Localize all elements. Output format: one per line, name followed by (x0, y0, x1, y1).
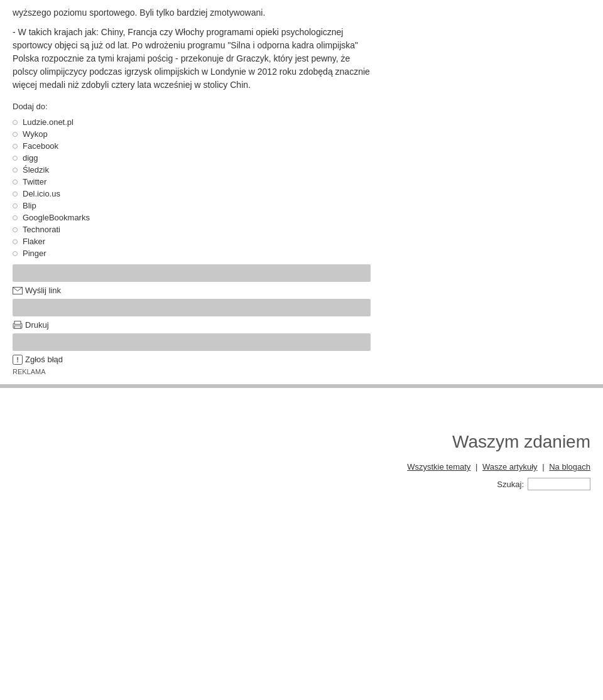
bullet-icon (13, 168, 18, 173)
drukuj-item[interactable]: Drukuj (13, 320, 377, 330)
wysylij-link-item[interactable]: Wyślij link (13, 286, 377, 295)
share-item-googlebookmarks[interactable]: GoogleBookmarks (13, 213, 377, 222)
email-icon (13, 286, 23, 295)
share-item-facebook[interactable]: Facebook (13, 141, 377, 151)
szukaj-row: Szukaj: (377, 478, 590, 490)
share-item-technorati[interactable]: Technorati (13, 225, 377, 234)
separator-2: | (542, 462, 546, 471)
separator-1: | (475, 462, 480, 471)
bullet-icon (13, 144, 18, 149)
wysylij-link-bar (13, 264, 371, 282)
bullet-icon (13, 239, 18, 244)
share-item-flaker[interactable]: Flaker (13, 237, 377, 246)
article-paragraph-1: wyższego poziomu sportowego. Byli tylko … (13, 6, 377, 19)
drukuj-block: Drukuj (13, 299, 377, 330)
share-link-pinger[interactable]: Pinger (23, 249, 46, 258)
share-item-ludzie[interactable]: Ludzie.onet.pl (13, 117, 377, 127)
waszym-zdaniem-title: Waszym zdaniem (377, 432, 590, 452)
bullet-icon (13, 132, 18, 137)
bottom-section: Waszym zdaniem Wszystkie tematy | Wasze … (0, 419, 603, 503)
dodaj-do-label: Dodaj do: (13, 102, 377, 111)
article-paragraph-2: - W takich krajach jak: Chiny, Francja c… (13, 26, 377, 92)
szukaj-input[interactable] (528, 478, 590, 490)
bullet-icon (13, 180, 18, 185)
share-item-digg[interactable]: digg (13, 153, 377, 163)
wysylij-link-label[interactable]: Wyślij link (25, 286, 61, 295)
bullet-icon (13, 251, 18, 256)
zglos-blad-bar (13, 333, 371, 351)
share-item-sledzik[interactable]: Śledzik (13, 165, 377, 175)
bullet-icon (13, 203, 18, 208)
drukuj-bar (13, 299, 371, 316)
share-link-digg[interactable]: digg (23, 153, 38, 163)
szukaj-label: Szukaj: (497, 480, 524, 489)
bullet-icon (13, 120, 18, 125)
bullet-icon (13, 227, 18, 232)
bullet-icon (13, 191, 18, 197)
zglos-blad-label[interactable]: Zgłoś błąd (25, 355, 63, 364)
share-link-twitter[interactable]: Twitter (23, 177, 46, 186)
svg-rect-2 (14, 321, 21, 324)
bullet-icon (13, 215, 18, 220)
share-link-technorati[interactable]: Technorati (23, 225, 60, 234)
share-item-twitter[interactable]: Twitter (13, 177, 377, 186)
warning-icon: ! (13, 355, 23, 364)
share-link-delicious[interactable]: Del.icio.us (23, 189, 60, 198)
reklama-label: REKLAMA (13, 368, 377, 375)
zglos-blad-item[interactable]: ! Zgłoś błąd (13, 355, 377, 364)
share-link-wykop[interactable]: Wykop (23, 129, 48, 139)
share-item-blip[interactable]: Blip (13, 201, 377, 210)
wysylij-link-block: Wyślij link (13, 264, 377, 295)
wasze-artykuly-link[interactable]: Wasze artykuły (482, 462, 538, 471)
share-item-wykop[interactable]: Wykop (13, 129, 377, 139)
zglos-blad-block: ! Zgłoś błąd (13, 333, 377, 364)
share-link-ludzie[interactable]: Ludzie.onet.pl (23, 117, 73, 127)
print-icon (13, 321, 23, 330)
share-link-googlebookmarks[interactable]: GoogleBookmarks (23, 213, 90, 222)
drukuj-label[interactable]: Drukuj (25, 320, 49, 330)
share-list: Ludzie.onet.pl Wykop Facebook digg Śledz… (13, 117, 377, 258)
svg-text:!: ! (16, 356, 19, 363)
share-link-sledzik[interactable]: Śledzik (23, 165, 49, 175)
wszystkie-tematy-link[interactable]: Wszystkie tematy (407, 462, 470, 471)
share-link-blip[interactable]: Blip (23, 201, 36, 210)
share-item-pinger[interactable]: Pinger (13, 249, 377, 258)
bullet-icon (13, 156, 18, 161)
share-link-flaker[interactable]: Flaker (23, 237, 45, 246)
svg-rect-3 (14, 326, 21, 328)
na-blogach-link[interactable]: Na blogach (549, 462, 590, 471)
share-link-facebook[interactable]: Facebook (23, 141, 58, 151)
share-item-delicious[interactable]: Del.icio.us (13, 189, 377, 198)
opinion-links: Wszystkie tematy | Wasze artykuły | Na b… (377, 462, 590, 471)
